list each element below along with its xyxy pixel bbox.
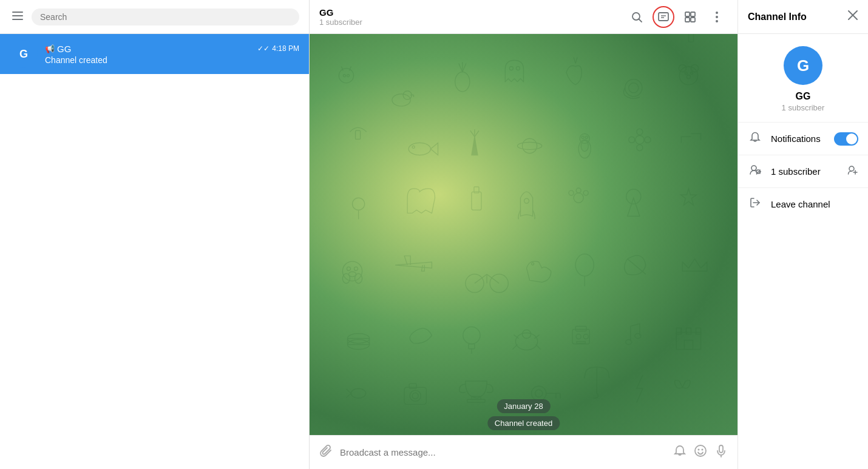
bell-button[interactable] [673,444,687,461]
svg-rect-115 [409,383,416,388]
svg-point-13 [716,16,718,18]
svg-point-131 [751,166,756,170]
svg-point-102 [635,334,641,339]
svg-point-27 [516,67,520,70]
chat-content: 📢 GG ✓✓ 4:18 PM Channel created [45,44,299,65]
svg-line-83 [628,259,646,274]
mic-button[interactable] [714,444,728,461]
svg-point-80 [532,263,534,265]
sidebar-header [0,0,309,34]
svg-point-36 [690,72,693,75]
leave-channel-label: Leave channel [771,199,830,209]
svg-line-41 [470,130,475,137]
svg-point-39 [409,143,430,155]
svg-point-118 [532,386,546,400]
chat-input-bar [310,435,737,469]
hamburger-button[interactable] [10,8,25,25]
search-input[interactable] [40,12,291,22]
read-receipt-icon: ✓✓ [257,44,270,53]
svg-point-33 [679,65,686,72]
svg-line-23 [459,64,463,72]
svg-rect-8 [685,12,690,16]
svg-line-29 [575,57,577,63]
svg-point-18 [343,75,345,77]
svg-rect-10 [685,18,690,22]
svg-point-35 [685,72,687,75]
svg-point-98 [576,334,581,339]
layout-button[interactable] [679,6,701,28]
toggle-thumb [846,133,857,144]
svg-point-64 [569,191,574,195]
add-subscriber-button[interactable] [847,164,858,178]
chat-top: 📢 GG ✓✓ 4:18 PM [45,44,299,54]
people-icon [748,164,762,179]
svg-line-93 [536,345,541,349]
notifications-toggle[interactable] [834,132,858,146]
svg-point-31 [629,83,639,93]
svg-rect-112 [404,387,426,404]
svg-point-125 [698,449,700,451]
svg-point-47 [581,140,588,151]
svg-rect-0 [12,12,23,13]
svg-point-101 [626,340,632,345]
avatar: G [10,40,38,68]
svg-point-73 [354,267,358,271]
svg-point-74 [348,272,356,277]
reactions-button[interactable] [653,6,674,28]
header-actions [626,6,728,28]
svg-point-81 [575,254,594,276]
notifications-row: Notifications [738,123,868,155]
chat-header-subtitle: 1 subscriber [319,18,619,27]
channel-created-badge: Channel created [487,416,560,430]
svg-point-20 [392,94,410,106]
panel-channel-name: GG [796,91,811,102]
svg-point-126 [702,449,704,451]
svg-point-55 [637,144,643,150]
search-button[interactable] [626,6,648,28]
svg-point-26 [509,67,513,70]
svg-point-52 [629,137,635,143]
svg-point-15 [339,69,353,83]
svg-line-43 [475,130,479,137]
chat-header-info: GG 1 subscriber [319,7,619,27]
svg-rect-1 [12,15,23,16]
leave-icon [748,197,762,212]
chat-name: 📢 GG [45,44,71,54]
close-panel-button[interactable] [847,10,858,24]
leave-channel-row[interactable]: Leave channel [738,188,868,220]
bell-icon [748,131,762,146]
svg-point-119 [535,390,543,397]
svg-point-114 [412,393,418,399]
date-badge: January 28 [497,399,550,413]
svg-point-37 [687,75,690,79]
svg-point-30 [625,79,642,96]
svg-rect-38 [356,130,361,139]
panel-title: Channel Info [748,12,847,22]
svg-point-62 [524,198,529,203]
svg-rect-105 [686,328,691,334]
svg-rect-97 [575,326,586,331]
search-bar[interactable] [32,8,299,25]
svg-rect-100 [577,342,585,343]
panel-avatar-section: G GG 1 subscriber [738,34,868,123]
emoji-button[interactable] [694,444,707,461]
svg-rect-57 [688,34,693,42]
svg-point-19 [347,75,349,77]
svg-point-65 [576,188,581,193]
svg-point-91 [522,330,531,339]
svg-rect-117 [467,399,485,402]
svg-line-4 [639,19,642,22]
panel-avatar: G [784,46,822,85]
svg-point-108 [351,388,365,398]
chat-area: GG 1 subscriber [310,0,737,469]
list-item[interactable]: G 📢 GG ✓✓ 4:18 PM Channel created [0,34,309,74]
svg-rect-104 [676,328,681,334]
svg-rect-127 [719,445,723,453]
panel-channel-subtitle: 1 subscriber [782,103,825,112]
more-button[interactable] [706,6,728,28]
svg-rect-60 [472,192,481,210]
attach-button[interactable] [319,444,333,461]
svg-point-66 [583,191,588,195]
svg-marker-68 [680,189,696,205]
message-input[interactable] [340,447,666,457]
